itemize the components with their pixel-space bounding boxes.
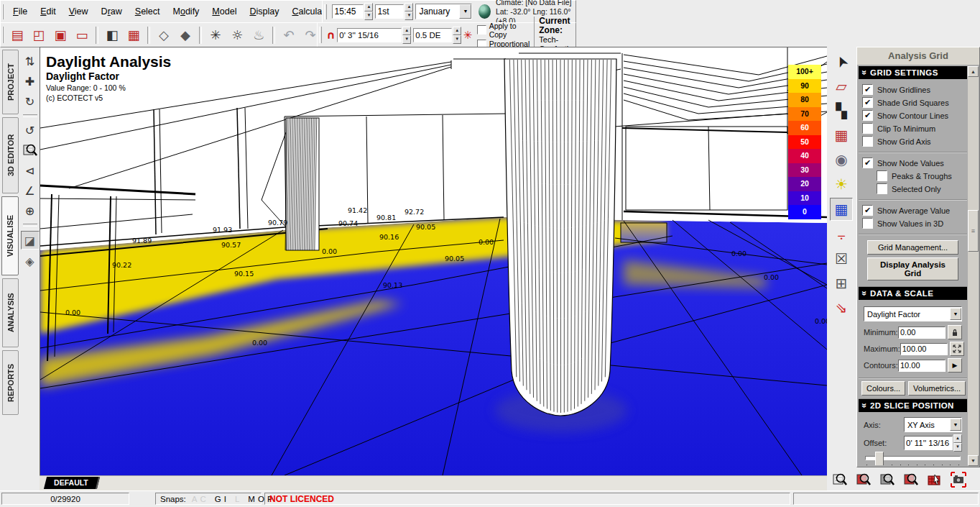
analysis-grid-icon[interactable]: ▦: [830, 198, 853, 221]
option-selected-only[interactable]: Selected Only: [877, 183, 963, 194]
spin-up-icon[interactable]: ▲: [402, 27, 411, 35]
menu-file[interactable]: File: [6, 2, 34, 21]
zoom-grid-icon[interactable]: [900, 469, 922, 491]
spin-up-icon[interactable]: ▲: [453, 27, 461, 35]
rotate-view-icon[interactable]: ↻: [22, 93, 39, 110]
axis-dropdown[interactable]: XY Axis ▼: [904, 417, 962, 432]
collapse-chevron-icon[interactable]: »: [861, 70, 868, 75]
lock-icon[interactable]: [948, 325, 962, 339]
menu-draw[interactable]: Draw: [95, 2, 129, 21]
apply-to-copy-checkbox[interactable]: [477, 25, 486, 35]
menu-view[interactable]: View: [63, 2, 95, 21]
solid-view-icon[interactable]: ◪: [21, 231, 40, 250]
checkbox[interactable]: [877, 183, 887, 194]
render-preview-icon[interactable]: ▚: [831, 100, 852, 122]
spin-down-icon[interactable]: ▼: [402, 35, 411, 44]
offset-spinner[interactable]: ▲▼: [953, 434, 962, 452]
checkbox[interactable]: [862, 218, 873, 229]
sun-path-icon[interactable]: ☀: [831, 173, 852, 195]
option-show-contour-lines[interactable]: ✔Show Contour Lines: [862, 110, 963, 121]
axonometric-view-icon[interactable]: ◇: [154, 26, 174, 45]
spin-down-icon[interactable]: ▼: [405, 12, 413, 20]
panel-scrollbar[interactable]: ▲ ≡ ▼: [968, 66, 979, 466]
option-show-grid-axis[interactable]: Show Grid Axis: [862, 136, 963, 147]
orbit-icon[interactable]: ↺: [22, 122, 39, 139]
menu-display[interactable]: Display: [243, 2, 285, 21]
collapse-chevron-icon[interactable]: »: [861, 291, 868, 296]
option-shade-grid-squares[interactable]: ✔Shade Grid Squares: [862, 97, 963, 108]
chevron-down-icon[interactable]: ▼: [950, 419, 961, 431]
collapse-chevron-icon[interactable]: »: [861, 403, 868, 408]
menu-edit[interactable]: Edit: [34, 2, 63, 21]
delete-icon[interactable]: ☒: [831, 248, 852, 270]
shadows-icon[interactable]: ✳: [205, 26, 226, 45]
checkbox[interactable]: [862, 136, 873, 147]
select-grid-cells-icon[interactable]: [923, 469, 946, 491]
apply-contours-icon[interactable]: ▶: [948, 358, 962, 373]
toolbar-grip[interactable]: [2, 4, 4, 19]
colours-button[interactable]: Colours...: [861, 381, 905, 396]
chevron-down-icon[interactable]: ▼: [950, 308, 961, 320]
zone-tab-default[interactable]: DEFAULT: [44, 477, 100, 489]
day-input[interactable]: [375, 4, 404, 19]
transform-grid-icon[interactable]: ⊞: [831, 273, 852, 294]
tab-3d-editor[interactable]: 3D EDITOR: [2, 117, 19, 193]
section-data-scale[interactable]: » DATA & SCALE: [859, 287, 967, 300]
globe-icon[interactable]: [479, 4, 490, 19]
time-spinner[interactable]: ▲▼: [364, 3, 373, 20]
undo-icon[interactable]: ↶: [279, 26, 299, 45]
spatial-points-icon[interactable]: ⨪: [831, 224, 852, 245]
lighting-icon[interactable]: ☼: [227, 26, 247, 45]
checkbox[interactable]: [877, 170, 887, 181]
grid-view-icon[interactable]: ◈: [22, 252, 39, 270]
zoom-object-icon[interactable]: [876, 469, 898, 491]
scroll-down-icon[interactable]: ▼: [968, 455, 979, 466]
volumetrics-button[interactable]: Volumetrics...: [908, 381, 966, 396]
day-spinner[interactable]: ▲▼: [405, 3, 413, 20]
checkbox[interactable]: ✔: [862, 157, 873, 168]
spin-up-icon[interactable]: ▲: [364, 3, 373, 12]
time-input[interactable]: [332, 4, 364, 19]
viewport-3d[interactable]: 91.4292.7290.8190.7490.0590.1690.7991.93…: [40, 47, 827, 475]
snap-distance-input[interactable]: 0' 3'' 15/16: [337, 28, 402, 42]
option-show-node-values[interactable]: ✔Show Node Values: [862, 157, 963, 168]
thermal-icon[interactable]: ♨: [249, 26, 269, 45]
tab-visualise[interactable]: VISUALISE: [1, 196, 19, 275]
zoom-selection-icon[interactable]: [852, 469, 874, 491]
checkbox[interactable]: ✔: [862, 97, 873, 108]
spin-down-icon[interactable]: ▼: [364, 12, 373, 20]
tab-analysis[interactable]: ANALYSIS: [2, 278, 19, 347]
option-clip-to-minimum[interactable]: Clip To Minimum: [862, 123, 963, 134]
visibility-eye-icon[interactable]: ◉: [831, 149, 852, 170]
menu-model[interactable]: Model: [205, 2, 243, 21]
checkbox[interactable]: [862, 123, 873, 134]
grid-management-button[interactable]: Grid Management...: [867, 240, 959, 255]
contours-input[interactable]: [898, 360, 946, 372]
menu-select[interactable]: Select: [129, 2, 167, 21]
option-show-average-value[interactable]: ✔Show Average Value: [862, 205, 963, 216]
tab-reports[interactable]: REPORTS: [2, 350, 19, 415]
option-peaks-troughs[interactable]: Peaks & Troughs: [877, 170, 963, 181]
axis-icon[interactable]: ✳: [462, 27, 473, 44]
apply-to-copy-row[interactable]: Apply to Copy: [477, 22, 530, 39]
toolbar-grip[interactable]: [324, 4, 327, 19]
save-icon[interactable]: ▣: [50, 26, 70, 45]
snap-magnet-icon[interactable]: ∩: [325, 27, 336, 44]
month-dropdown[interactable]: January ▼: [415, 4, 472, 19]
open-file-icon[interactable]: ◰: [29, 26, 49, 45]
angle-measure-icon[interactable]: ∠: [22, 182, 39, 199]
angle-spinner[interactable]: ▲▼: [453, 27, 461, 44]
minimum-input[interactable]: [898, 326, 946, 339]
offset-input[interactable]: 0' 11'' 13/16: [904, 436, 953, 450]
snap-spinner[interactable]: ▲▼: [402, 27, 411, 44]
capture-view-icon[interactable]: [947, 469, 969, 491]
toolbar-grip[interactable]: [319, 27, 322, 43]
checkbox[interactable]: ✔: [862, 205, 873, 216]
display-analysis-grid-button[interactable]: Display Analysis Grid: [867, 257, 959, 280]
display-grid-icon[interactable]: ▦: [124, 26, 144, 45]
tab-project[interactable]: PROJECT: [2, 50, 19, 114]
fit-range-icon[interactable]: [950, 342, 964, 356]
print-icon[interactable]: ▭: [72, 26, 92, 45]
origin-icon[interactable]: ⊕: [22, 202, 39, 219]
option-show-gridlines[interactable]: ✔Show Gridlines: [862, 84, 963, 95]
